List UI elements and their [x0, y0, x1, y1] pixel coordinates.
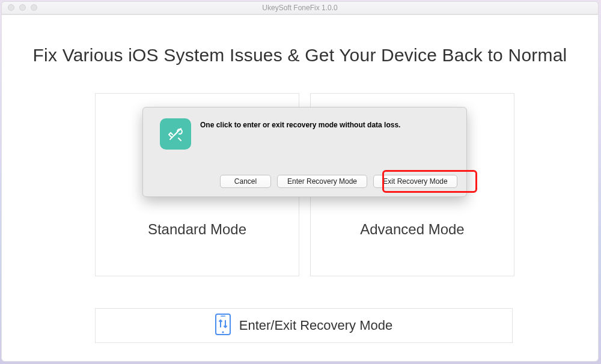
window-title: UkeySoft FoneFix 1.0.0 — [2, 4, 598, 12]
recovery-mode-bar[interactable]: Enter/Exit Recovery Mode — [95, 308, 513, 343]
exit-recovery-mode-button[interactable]: Exit Recovery Mode — [373, 175, 457, 188]
window-controls — [8, 4, 37, 11]
enter-recovery-mode-button[interactable]: Enter Recovery Mode — [277, 175, 367, 188]
standard-mode-label: Standard Mode — [96, 221, 299, 238]
tools-icon — [160, 118, 191, 150]
titlebar: UkeySoft FoneFix 1.0.0 — [1, 1, 599, 14]
advanced-mode-label: Advanced Mode — [311, 221, 514, 238]
zoom-window-button[interactable] — [31, 4, 37, 11]
dialog-buttons: Cancel Enter Recovery Mode Exit Recovery… — [220, 175, 457, 188]
recovery-mode-label: Enter/Exit Recovery Mode — [239, 318, 393, 333]
dialog-message: One click to enter or exit recovery mode… — [200, 121, 454, 129]
phone-sync-icon — [215, 314, 231, 338]
cancel-button[interactable]: Cancel — [220, 175, 271, 188]
page-headline: Fix Various iOS System Issues & Get Your… — [2, 45, 598, 65]
minimize-window-button[interactable] — [19, 4, 26, 11]
recovery-dialog: One click to enter or exit recovery mode… — [142, 107, 467, 197]
close-window-button[interactable] — [8, 4, 14, 11]
svg-point-2 — [222, 331, 224, 333]
svg-rect-1 — [221, 316, 225, 317]
